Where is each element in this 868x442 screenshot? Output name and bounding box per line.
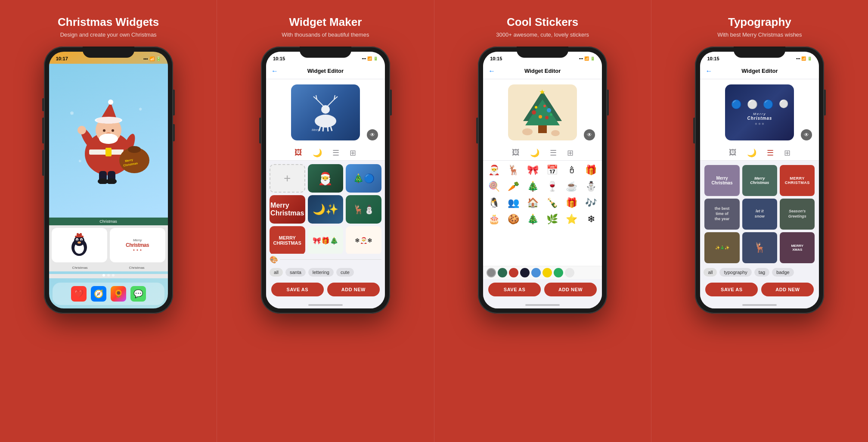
tab-text-2[interactable]: ☰ <box>332 148 339 158</box>
svg-point-61 <box>543 105 546 107</box>
tag-santa-2[interactable]: santa <box>285 268 306 277</box>
sticker-9[interactable]: 🎄 <box>524 179 542 194</box>
sticker-6[interactable]: 🎁 <box>582 162 600 178</box>
add-new-button-3[interactable]: ADD NEW <box>544 283 597 296</box>
add-new-cell[interactable]: + <box>270 164 305 193</box>
tag-tag-4[interactable]: tag <box>754 268 769 277</box>
sticker-11[interactable]: ☕ <box>562 179 581 194</box>
svg-line-47 <box>323 127 323 131</box>
sticker-5[interactable]: 🕯 <box>562 162 581 178</box>
sticker-18[interactable]: 🎶 <box>582 195 600 211</box>
sticker-16[interactable]: 🍾 <box>543 195 561 211</box>
preview-eye-button-4[interactable]: 👁 <box>801 129 812 140</box>
tab-text-3[interactable]: ☰ <box>550 148 557 158</box>
preview-eye-button-3[interactable]: 👁 <box>584 129 595 140</box>
status-time-1: 10:17 <box>56 56 68 61</box>
typo-3[interactable]: MERRYCHRISTMAS <box>780 165 815 196</box>
preview-eye-button-2[interactable]: 👁 <box>367 129 378 140</box>
tab-grid-4[interactable]: ⊞ <box>784 148 790 158</box>
dot-1 <box>102 274 105 277</box>
add-new-button-4[interactable]: ADD NEW <box>761 283 814 296</box>
santa-illustration: ❄ ❄ ❄ ❄ <box>49 64 168 218</box>
swatch-green[interactable] <box>498 268 507 277</box>
tab-image-2[interactable]: 🖼 <box>294 148 302 158</box>
sticker-14[interactable]: 👥 <box>504 195 523 211</box>
sticker-15[interactable]: 🏠 <box>524 195 542 211</box>
save-as-button-4[interactable]: SAVE AS <box>705 283 758 296</box>
tab-image-3[interactable]: 🖼 <box>512 148 520 158</box>
svg-point-37 <box>78 232 80 234</box>
back-button-2[interactable]: ← <box>271 67 278 75</box>
sticker-10[interactable]: 🍷 <box>543 179 561 194</box>
sticker-24[interactable]: ❄ <box>582 212 600 227</box>
tag-cute-2[interactable]: cute <box>336 268 354 277</box>
tab-moon-2[interactable]: 🌙 <box>313 148 322 158</box>
tab-image-4[interactable]: 🖼 <box>729 148 737 158</box>
widget-thumb-4[interactable]: 🌙✨ <box>308 195 344 224</box>
typo-7[interactable]: ✨🎄✨ <box>704 232 739 263</box>
tag-badge-4[interactable]: badge <box>772 268 794 277</box>
typo-5[interactable]: let itsnow <box>742 199 777 230</box>
widget-thumb-3[interactable]: MerryChristmas <box>270 195 305 224</box>
sticker-1[interactable]: 🎅 <box>485 162 503 178</box>
sticker-7[interactable]: 🍭 <box>485 179 503 194</box>
sticker-4[interactable]: 📅 <box>543 162 561 178</box>
christmas-bar: Christmas <box>49 218 168 225</box>
widget-thumb-2[interactable]: 🎄🔵 <box>346 164 381 193</box>
tab-moon-4[interactable]: 🌙 <box>747 148 756 158</box>
swatch-blue[interactable] <box>531 268 541 277</box>
save-as-button-3[interactable]: SAVE AS <box>488 283 541 296</box>
swatch-light[interactable] <box>565 268 574 277</box>
swatch-gray[interactable] <box>487 268 496 277</box>
widget-thumb-6[interactable]: MERRYCHRISTMAS <box>270 226 305 254</box>
sticker-12[interactable]: ⛄ <box>582 179 600 194</box>
sticker-3[interactable]: 🎀 <box>524 162 542 178</box>
back-button-4[interactable]: ← <box>705 67 712 75</box>
sticker-21[interactable]: 🎄 <box>524 212 542 227</box>
typo-8[interactable]: 🦌 <box>742 232 777 263</box>
swatch-red[interactable] <box>509 268 518 277</box>
preview-area-2: Merry Christmas 👁 <box>266 79 385 146</box>
typo-2[interactable]: MerryChristmas <box>742 165 777 196</box>
phone-frame-2: 10:15 ▪▪▪ 📶 🔋 ← Widget Editor <box>261 47 390 314</box>
swatch-dark[interactable] <box>520 268 530 277</box>
ornaments: 🔵 ⚪ 🔵 ⚪ <box>731 99 788 109</box>
phone-side-btn <box>173 90 175 115</box>
back-button-3[interactable]: ← <box>488 67 495 75</box>
tab-moon-3[interactable]: 🌙 <box>530 148 539 158</box>
typo-6[interactable]: Season'sGreetings <box>780 199 815 230</box>
sticker-20[interactable]: 🍪 <box>504 212 523 227</box>
svg-text:❄: ❄ <box>139 107 142 112</box>
swatch-bright-green[interactable] <box>554 268 563 277</box>
widget-thumb-5[interactable]: 🦌⛄ <box>346 195 381 224</box>
save-as-button-2[interactable]: SAVE AS <box>271 283 324 296</box>
sticker-19[interactable]: 🎂 <box>485 212 503 227</box>
phone-left-btn2 <box>42 118 44 143</box>
tag-all-4[interactable]: all <box>704 268 717 277</box>
sticker-13[interactable]: 🐧 <box>485 195 503 211</box>
sticker-22[interactable]: 🌿 <box>543 212 561 227</box>
widget-thumb-8[interactable]: ❄🎅❄ <box>346 226 381 254</box>
typo-4[interactable]: the besttime ofthe year <box>704 199 739 230</box>
sticker-8[interactable]: 🥕 <box>504 179 523 194</box>
tag-lettering-2[interactable]: lettering <box>308 268 334 277</box>
tab-grid-2[interactable]: ⊞ <box>350 148 356 158</box>
tab-text-4[interactable]: ☰ <box>767 148 774 158</box>
phone-left-btn-2 <box>259 118 261 143</box>
sticker-17[interactable]: 🎁 <box>562 195 581 211</box>
tab-grid-3[interactable]: ⊞ <box>567 148 574 158</box>
widget-thumb-7[interactable]: 🎀🎁🎄 <box>308 226 344 254</box>
palette-icon[interactable]: 🎨 <box>270 255 278 264</box>
typo-1[interactable]: MerryChristmas <box>704 165 739 196</box>
sticker-23[interactable]: ⭐ <box>562 212 581 227</box>
swatch-yellow[interactable] <box>542 268 552 277</box>
tag-all-2[interactable]: all <box>270 268 283 277</box>
typo-9[interactable]: MERRYXMAS <box>780 232 815 263</box>
widget-grid-area: + 🎅 🎄🔵 MerryChristmas 🌙✨ <box>266 161 385 254</box>
widget-thumb-1[interactable]: 🎅 <box>308 164 344 193</box>
sticker-2[interactable]: 🦌 <box>504 162 523 178</box>
add-new-button-2[interactable]: ADD NEW <box>327 283 380 296</box>
bottom-buttons-4: SAVE AS ADD NEW <box>700 279 819 302</box>
tag-typography-4[interactable]: typography <box>719 268 751 277</box>
deer-svg: Merry Christmas <box>304 93 347 132</box>
